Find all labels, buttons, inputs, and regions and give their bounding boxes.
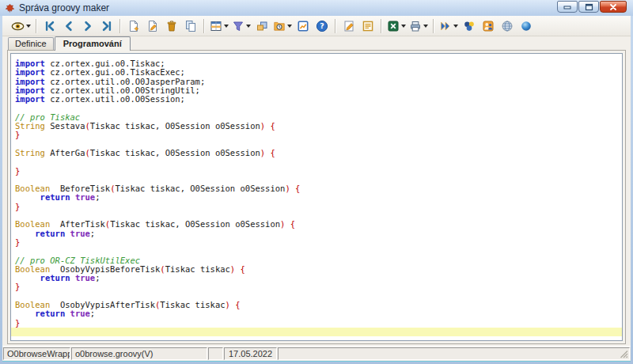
code-line[interactable]: [11, 157, 622, 166]
previous-record-button[interactable]: [59, 17, 78, 35]
tab-programovani-label: Programování: [63, 39, 122, 48]
delete-record-button[interactable]: [162, 17, 181, 35]
folder-clock-icon: [273, 20, 286, 32]
status-sphere-button[interactable]: [517, 17, 536, 35]
last-record-button[interactable]: [97, 17, 116, 35]
filter-funnel-icon: [232, 20, 244, 32]
window-title: Správa groovy maker: [19, 2, 109, 13]
code-line[interactable]: import cz.ortex.gui.o0.TiskacExec;: [11, 68, 622, 77]
blue-sphere-icon: [520, 20, 533, 32]
minimize-button[interactable]: [557, 1, 578, 13]
form-icon: [362, 20, 374, 32]
actions-menu-button[interactable]: [438, 17, 460, 35]
app-leaf-icon: [5, 3, 15, 13]
double-chevron-icon: [439, 20, 452, 32]
layers-button[interactable]: [252, 17, 271, 35]
code-line[interactable]: [11, 328, 622, 336]
edit-record-button[interactable]: [143, 17, 162, 35]
status-file-cell: o0browse.groovy(V): [71, 347, 207, 360]
code-line[interactable]: }: [11, 131, 622, 139]
code-line[interactable]: String AfterGa(Tiskac tiskac, O0Session …: [11, 149, 622, 157]
last-record-icon: [100, 20, 113, 32]
status-date-cell: 17.05.2022: [224, 347, 277, 360]
chart-icon: [297, 20, 309, 32]
code-line[interactable]: return true;: [11, 193, 622, 202]
toolbar: ?: [2, 16, 631, 36]
code-line[interactable]: }: [11, 319, 622, 328]
dropdown-caret-icon: [26, 25, 31, 28]
trash-icon: [165, 20, 178, 32]
form-view-button[interactable]: [358, 17, 377, 35]
toolbar-separator: [433, 19, 434, 33]
new-record-button[interactable]: [124, 17, 143, 35]
toolbar-separator: [119, 19, 121, 33]
scheduler-menu-button[interactable]: [271, 17, 294, 35]
resize-grip[interactable]: [620, 350, 628, 358]
code-line[interactable]: Boolean OsobyVypisBeforeTisk(Tiskac tisk…: [11, 265, 622, 274]
print-menu-button[interactable]: [407, 17, 430, 35]
previous-record-icon: [63, 20, 75, 32]
help-icon: ?: [316, 20, 328, 32]
code-line[interactable]: return true;: [11, 229, 622, 238]
dropdown-caret-icon: [453, 25, 458, 28]
help-button[interactable]: ?: [313, 17, 332, 35]
statusbar: O0browseWrapper o0browse.groovy(V) 17.05…: [2, 346, 631, 361]
next-record-button[interactable]: [78, 17, 97, 35]
code-line[interactable]: String Sestava(Tiskac tiskac, O0Session …: [11, 122, 622, 131]
tab-definice[interactable]: Definice: [8, 37, 54, 50]
code-line[interactable]: [11, 104, 622, 112]
svg-text:?: ?: [320, 21, 324, 30]
code-line[interactable]: return true;: [11, 274, 622, 282]
globe-icon: [501, 20, 514, 32]
users-button[interactable]: [479, 17, 498, 35]
dropdown-caret-icon: [401, 25, 406, 28]
copy-record-button[interactable]: [181, 17, 200, 35]
first-record-icon: [44, 20, 56, 32]
users-icon: [482, 20, 495, 32]
tab-bar: Definice Programování: [2, 36, 631, 50]
code-line[interactable]: }: [11, 238, 622, 247]
pencil-page-icon: [343, 20, 355, 32]
tab-definice-label: Definice: [15, 39, 47, 48]
code-editor[interactable]: import cz.ortex.gui.o0.Tiskac;import cz.…: [10, 53, 623, 341]
status-empty-cell: [208, 347, 223, 360]
toolbar-separator: [381, 19, 382, 33]
web-button[interactable]: [498, 17, 517, 35]
app-window: Správa groovy maker: [0, 0, 633, 364]
chart-button[interactable]: [294, 17, 313, 35]
filter-menu-button[interactable]: [230, 17, 252, 35]
dropdown-caret-icon: [224, 25, 229, 28]
code-line[interactable]: import cz.ortex.util.o0.O0Session;: [11, 95, 622, 104]
maximize-button[interactable]: [578, 1, 599, 13]
code-line[interactable]: }: [11, 282, 622, 291]
next-record-icon: [81, 20, 94, 32]
objects-button[interactable]: [460, 17, 479, 35]
copy-icon: [184, 20, 197, 32]
eye-icon: [11, 20, 25, 32]
dropdown-caret-icon: [287, 25, 292, 28]
dropdown-caret-icon: [423, 25, 428, 28]
edit-script-button[interactable]: [339, 17, 358, 35]
code-line[interactable]: return true;: [11, 309, 622, 318]
window-controls: [557, 0, 627, 13]
excel-export-icon: [387, 20, 400, 32]
layers-icon: [256, 20, 268, 32]
grid-settings-menu-button[interactable]: [208, 17, 230, 35]
toolbar-separator: [335, 19, 336, 33]
code-line[interactable]: Boolean AfterTisk(Tiskac tiskac, O0Sessi…: [11, 220, 622, 229]
table-icon: [210, 20, 222, 32]
titlebar[interactable]: Správa groovy maker: [0, 0, 633, 16]
code-line[interactable]: Boolean OsobyVypisAfterTisk(Tiskac tiska…: [11, 301, 622, 309]
code-line[interactable]: }: [11, 167, 622, 176]
export-excel-menu-button[interactable]: [385, 17, 407, 35]
close-icon: [609, 3, 617, 11]
tab-programovani[interactable]: Programování: [55, 36, 131, 51]
view-menu-button[interactable]: [9, 17, 32, 35]
first-record-button[interactable]: [40, 17, 59, 35]
code-line[interactable]: Boolean BeforeTisk(Tiskac tiskac, O0Sess…: [11, 184, 622, 193]
new-document-icon: [127, 20, 140, 32]
tab-panel: import cz.ortex.gui.o0.Tiskac;import cz.…: [7, 50, 626, 344]
code-line[interactable]: }: [11, 203, 622, 211]
close-button[interactable]: [600, 1, 627, 13]
toolbar-separator: [36, 19, 37, 33]
